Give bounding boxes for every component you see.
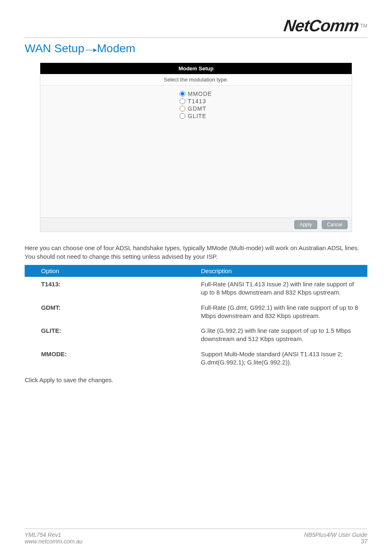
radio-label: T1413 (188, 98, 206, 104)
closing-paragraph: Click Apply to save the changes. (25, 376, 367, 384)
modem-panel-header: Modem Setup (40, 63, 352, 74)
section-suffix: Modem (97, 42, 135, 55)
modem-panel-body: MMODE T1413 GDMT GLITE (40, 86, 352, 217)
footer-right: NB5Plus4/W User Guide 37 (304, 531, 367, 545)
modulation-radio-group: MMODE T1413 GDMT GLITE (159, 91, 233, 119)
option-cell: MMODE: (25, 347, 196, 370)
desc-cell: Support Multi-Mode standard (ANSI T1.413… (196, 347, 367, 370)
brand-logo: NetComm (283, 16, 360, 35)
radio-gdmt[interactable] (180, 106, 185, 111)
col-header-option: Option (25, 265, 196, 277)
radio-row-t1413[interactable]: T1413 (180, 98, 233, 104)
footer-doc-title: NB5Plus4/W User Guide (304, 531, 367, 538)
radio-mmode[interactable] (180, 91, 185, 97)
footer-url: www.netcomm.com.au (25, 538, 83, 545)
title-separator-icon: ····· (85, 45, 92, 54)
apply-button[interactable]: Apply (294, 220, 317, 229)
table-row: T1413: Full-Rate (ANSI T1.413 Issue 2) w… (25, 277, 367, 300)
options-table: Option Description T1413: Full-Rate (ANS… (25, 265, 367, 370)
option-cell: GLITE: (25, 323, 196, 347)
header-divider (25, 37, 367, 38)
radio-t1413[interactable] (180, 98, 185, 104)
section-prefix: WAN Setup (25, 42, 84, 55)
section-title: WAN Setup·····▸Modem (25, 42, 367, 55)
table-row: GLITE: G.lite (G.992.2) with line rate s… (25, 323, 367, 347)
col-header-description: Description (196, 265, 367, 277)
radio-row-gdmt[interactable]: GDMT (180, 105, 233, 112)
option-cell: GDMT: (25, 300, 196, 324)
table-row: MMODE: Support Multi-Mode standard (ANSI… (25, 347, 367, 370)
brand-tm: TM (360, 23, 367, 29)
modem-panel-subheader: Select the modulation type. (40, 74, 352, 86)
radio-row-mmode[interactable]: MMODE (180, 91, 233, 97)
radio-glite[interactable] (180, 113, 185, 119)
page-footer: YML754 Rev1 www.netcomm.com.au NB5Plus4/… (25, 529, 367, 545)
radio-row-glite[interactable]: GLITE (180, 113, 233, 119)
cancel-button[interactable]: Cancel (322, 220, 348, 229)
desc-cell: G.lite (G.992.2) with line rate support … (196, 323, 367, 347)
brand-logo-row: NetComm TM (25, 16, 367, 35)
desc-cell: Full-Rate (ANSI T1.413 Issue 2) with lin… (196, 277, 367, 300)
radio-label: GDMT (188, 105, 206, 112)
footer-revision: YML754 Rev1 (25, 531, 83, 538)
footer-left: YML754 Rev1 www.netcomm.com.au (25, 531, 83, 545)
modem-setup-panel: Modem Setup Select the modulation type. … (40, 63, 352, 232)
footer-page-number: 37 (304, 538, 367, 545)
option-cell: T1413: (25, 277, 196, 300)
arrow-right-icon: ▸ (93, 46, 97, 54)
desc-cell: Full-Rate (G.dmt, G992.1) with line rate… (196, 300, 367, 324)
table-row: GDMT: Full-Rate (G.dmt, G992.1) with lin… (25, 300, 367, 324)
radio-label: MMODE (188, 91, 212, 97)
radio-label: GLITE (188, 113, 206, 119)
intro-paragraph: Here you can choose one of four ADSL han… (25, 244, 367, 261)
modem-panel-footer: Apply Cancel (40, 217, 352, 232)
